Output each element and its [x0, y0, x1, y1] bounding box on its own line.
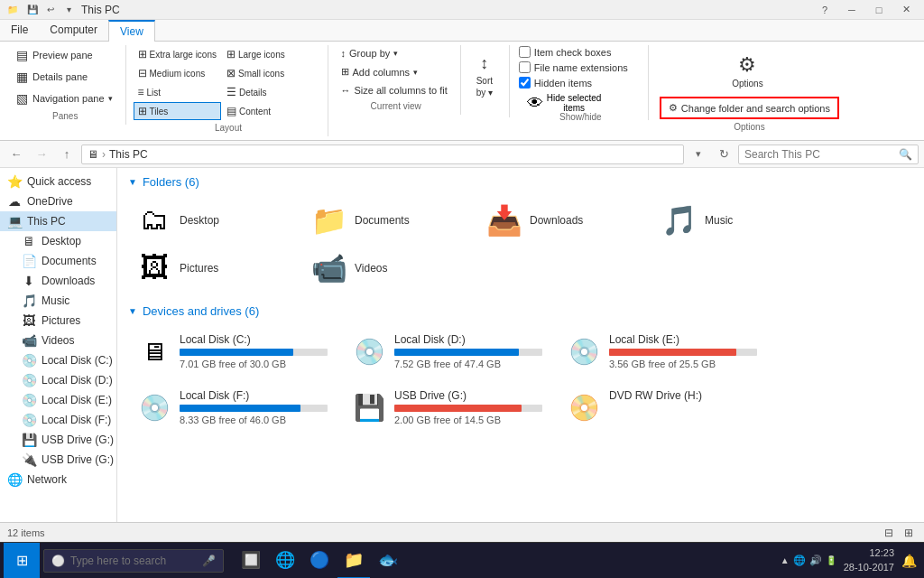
large-icons-view-btn[interactable]: ⊞ — [901, 525, 917, 541]
minimize-btn[interactable]: ─ — [839, 0, 864, 20]
hidden-items-chk[interactable]: Hidden items — [517, 76, 630, 89]
drives-section-header[interactable]: Devices and drives (6) — [128, 304, 913, 318]
folder-item[interactable]: 📹 Videos — [303, 246, 475, 290]
content-icon: ▤ — [226, 105, 236, 117]
tiles-btn[interactable]: ⊞ Tiles — [134, 102, 221, 120]
navigation-pane-btn[interactable]: ▧ Navigation pane ▾ — [9, 89, 118, 108]
tab-view[interactable]: View — [108, 20, 155, 42]
sidebar-item-local-f[interactable]: 💿 Local Disk (F:) — [0, 410, 116, 430]
back-btn[interactable]: ← — [5, 144, 27, 165]
add-columns-btn[interactable]: ⊞ Add columns ▾ — [336, 63, 424, 80]
options-group: ⚙ Options ⚙ Change folder and search opt… — [652, 45, 846, 135]
sidebar-item-local-d[interactable]: 💿 Local Disk (D:) — [0, 370, 116, 390]
folder-item[interactable]: 🎵 Music — [653, 198, 825, 242]
taskbar-app-task-view[interactable]: 🔲 — [235, 543, 267, 579]
details-btn[interactable]: ☰ Details — [222, 83, 310, 101]
network-tray-icon[interactable]: 🌐 — [793, 555, 806, 566]
folder-item[interactable]: 📥 Downloads — [478, 198, 650, 242]
sort-btn[interactable]: ↕ Sort by ▾ — [468, 49, 501, 101]
sidebar-item-usb-g2[interactable]: 🔌 USB Drive (G:) — [0, 450, 116, 470]
size-all-columns-btn[interactable]: ↔ Size all columns to fit — [336, 82, 453, 98]
tab-file[interactable]: File — [0, 20, 39, 41]
undo-icon[interactable]: ↩ — [43, 3, 58, 17]
drive-item[interactable]: 🖥 Local Disk (C:) 7.01 GB free of 30.0 G… — [128, 327, 336, 376]
sidebar-item-this-pc[interactable]: 💻 This PC — [0, 211, 116, 231]
status-bar: 12 items ⊟ ⊞ — [0, 522, 924, 542]
drive-bar — [609, 349, 736, 356]
item-check-boxes-input[interactable] — [519, 46, 531, 58]
item-check-boxes-chk[interactable]: Item check boxes — [517, 45, 630, 59]
medium-icons-btn[interactable]: ⊟ Medium icons — [134, 64, 221, 82]
file-name-extensions-chk[interactable]: File name extensions — [517, 61, 630, 74]
clock-time: 12:23 — [869, 546, 894, 560]
refresh-btn[interactable]: ▾ — [688, 144, 709, 165]
taskbar-clock[interactable]: 12:23 28-10-2017 — [844, 546, 894, 574]
taskbar-mic-icon[interactable]: 🎤 — [202, 555, 216, 567]
preview-pane-btn[interactable]: ▤ Preview pane — [9, 45, 98, 65]
sidebar-item-onedrive[interactable]: ☁ OneDrive — [0, 191, 116, 211]
reload-btn[interactable]: ↻ — [713, 144, 735, 165]
maximize-btn[interactable]: □ — [866, 0, 892, 20]
save-icon[interactable]: 💾 — [25, 3, 40, 17]
tab-computer[interactable]: Computer — [39, 20, 108, 41]
file-name-ext-input[interactable] — [519, 61, 531, 73]
drive-name: Local Disk (C:) — [180, 333, 328, 346]
volume-tray-icon[interactable]: 🔊 — [809, 555, 822, 566]
list-btn[interactable]: ≡ List — [134, 83, 221, 101]
up-btn[interactable]: ↑ — [56, 144, 78, 165]
details-pane-btn[interactable]: ▦ Details pane — [9, 67, 93, 87]
breadcrumb[interactable]: 🖥 › This PC — [81, 144, 684, 164]
help-btn[interactable]: ? — [812, 0, 837, 20]
sidebar-item-videos[interactable]: 📹 Videos — [0, 331, 116, 350]
folder-item[interactable]: 📁 Documents — [303, 198, 475, 242]
breadcrumb-text: This PC — [109, 148, 148, 161]
sidebar-item-quick-access[interactable]: ⭐ Quick access — [0, 172, 116, 191]
hidden-items-input[interactable] — [519, 77, 531, 89]
panes-label: Panes — [5, 111, 125, 121]
sidebar-item-local-e[interactable]: 💿 Local Disk (E:) — [0, 390, 116, 410]
dropdown-icon[interactable]: ▾ — [61, 3, 76, 17]
sidebar-item-local-c[interactable]: 💿 Local Disk (C:) — [0, 350, 116, 370]
taskbar-app-edge[interactable]: 🌐 — [269, 543, 301, 579]
lg-icon: ⊞ — [226, 48, 236, 61]
notification-icon[interactable]: 🔔 — [901, 554, 917, 568]
content-btn[interactable]: ▤ Content — [222, 102, 310, 120]
drive-item[interactable]: 💿 Local Disk (E:) 3.56 GB free of 25.5 G… — [558, 327, 765, 376]
sm-icon: ⊠ — [226, 67, 236, 79]
sidebar-item-usb-g[interactable]: 💾 USB Drive (G:) — [0, 430, 116, 450]
drive-item[interactable]: 💿 Local Disk (D:) 7.52 GB free of 47.4 G… — [343, 327, 550, 376]
sidebar-item-desktop[interactable]: 🖥 Desktop — [0, 231, 116, 251]
taskbar-app-other[interactable]: 🐟 — [372, 543, 404, 579]
sidebar-item-downloads[interactable]: ⬇ Downloads — [0, 271, 116, 291]
small-icons-btn[interactable]: ⊠ Small icons — [222, 64, 310, 82]
start-btn[interactable]: ⊞ — [4, 543, 40, 579]
drive-item[interactable]: 📀 DVD RW Drive (H:) — [558, 383, 765, 432]
folder-item[interactable]: 🖼 Pictures — [128, 246, 300, 290]
group-by-btn[interactable]: ↕ Group by ▾ — [336, 45, 404, 61]
sidebar-item-pictures[interactable]: 🖼 Pictures — [0, 311, 116, 331]
drive-item[interactable]: 💾 USB Drive (G:) 2.00 GB free of 14.5 GB — [343, 383, 550, 432]
taskbar-search-input[interactable] — [70, 555, 197, 567]
forward-btn[interactable]: → — [31, 144, 52, 165]
search-icon[interactable]: 🔍 — [899, 148, 912, 161]
details-view-btn[interactable]: ⊟ — [881, 525, 897, 541]
options-btn[interactable]: ⚙ Options — [656, 49, 839, 93]
folder-item[interactable]: 🗂 Desktop — [128, 198, 300, 242]
folder-name: Music — [705, 214, 733, 227]
add-columns-icon: ⊞ — [341, 66, 349, 78]
sidebar-item-network[interactable]: 🌐 Network — [0, 470, 116, 489]
documents-icon: 📄 — [22, 254, 36, 268]
extra-large-icons-btn[interactable]: ⊞ Extra large icons — [134, 45, 221, 63]
change-folder-btn[interactable]: ⚙ Change folder and search options — [660, 97, 839, 119]
sidebar-item-documents[interactable]: 📄 Documents — [0, 251, 116, 271]
tray-arrow[interactable]: ▲ — [781, 555, 790, 565]
taskbar-app-explorer[interactable]: 📁 — [337, 543, 370, 579]
drive-item[interactable]: 💿 Local Disk (F:) 8.33 GB free of 46.0 G… — [128, 383, 336, 432]
close-btn[interactable]: ✕ — [893, 0, 919, 20]
battery-tray-icon[interactable]: 🔋 — [826, 555, 836, 565]
search-input[interactable] — [744, 148, 899, 161]
large-icons-btn[interactable]: ⊞ Large icons — [222, 45, 310, 63]
folders-section-header[interactable]: Folders (6) — [128, 175, 913, 189]
sidebar-item-music[interactable]: 🎵 Music — [0, 291, 116, 311]
taskbar-app-chrome[interactable]: 🔵 — [303, 543, 336, 579]
